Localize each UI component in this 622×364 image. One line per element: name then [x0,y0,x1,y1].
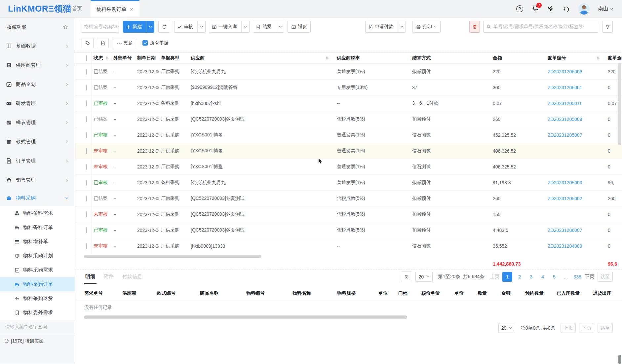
bill-no-link[interactable]: ZD20231205003 [548,180,582,185]
tab-home[interactable]: 首页 [63,0,91,18]
return-goods-button[interactable]: 退货 [288,21,311,33]
detail-next-button[interactable]: 下页 [579,323,594,333]
prev-page-button[interactable]: 上页 [490,272,499,282]
all-docs-checkbox[interactable] [142,40,148,46]
tab-detail[interactable]: 明细 [85,270,95,284]
export-button[interactable] [97,38,109,48]
table-row[interactable]: 已审核--2023-12-05厂供采购[YXCS001]博盈普通发票(1%)信石… [75,127,622,143]
next-page-button[interactable]: 下页 [585,272,594,282]
sidebar-item-物料备料订单[interactable]: 物料备料订单 [0,220,75,235]
refresh-button[interactable] [158,21,170,33]
bill-no-link[interactable]: ZD20231206007 [548,228,582,233]
row-checkbox[interactable] [86,132,87,138]
chevron-down-icon[interactable] [279,25,282,28]
sort-icon[interactable]: ⇅ [326,56,329,60]
sidebar-item-订单管理[interactable]: 订单管理 [0,151,75,170]
more-button[interactable]: 更多 [112,38,137,48]
sidebar-item-物料采购需求[interactable]: 物料采购需求 [0,263,75,277]
page-button-4[interactable]: 4 [538,272,547,282]
quick-actions-icon[interactable] [547,5,554,12]
table-row[interactable]: 已结案--2023-12-06厂供采购[公英]杭州九月九普通发票(1%)扣减预付… [75,64,622,80]
row-checkbox[interactable] [86,100,87,106]
sidebar-item-物料委外需求[interactable]: 物料委外需求 [0,306,75,320]
table-row[interactable]: 已审核--2023-12-05备料采购[公英]杭州九月九普通发票(1%)扣减预付… [75,175,622,191]
sidebar-item-物料采购[interactable]: 物料采购 [0,190,75,206]
chevron-down-icon[interactable] [200,25,203,28]
detail-page-size-select[interactable]: 20 [498,323,516,333]
sidebar-item-物料采购订单[interactable]: 物料采购订单 [0,277,75,291]
row-checkbox[interactable] [86,85,87,91]
table-row[interactable]: 未审核--2023-12-05厂供采购[QC5220720003]冬夏测试含税点… [75,206,622,222]
sidebar-item-物料采购计划[interactable]: 物料采购计划 [0,249,75,263]
bill-no-link[interactable]: ZD20231206001 [548,85,582,90]
sidebar-item-销售管理[interactable]: 销售管理 [0,170,75,190]
sidebar-item-基础数据[interactable]: 基础数据 [0,36,75,55]
sidebar-item-物料增补单[interactable]: 物料增补单 [0,235,75,249]
table-settings-button[interactable] [401,272,412,282]
filter-button[interactable] [602,21,613,33]
sidebar-item-研发管理[interactable]: 研发管理 [0,94,75,113]
bill-no-link[interactable]: ZD20231204009 [548,243,582,249]
tag-button[interactable] [82,38,94,48]
delete-button[interactable] [469,21,480,33]
sku-search-input[interactable]: 物料编号\名称\SKU [81,21,119,33]
row-checkbox[interactable] [86,211,87,217]
bill-no-link[interactable]: ZD20231205011 [548,101,582,106]
bill-no-link[interactable]: ZD20231206006 [548,69,582,74]
tab-attachments[interactable]: 附件 [104,270,114,284]
page-button-2[interactable]: 2 [515,272,524,282]
sidebar-item-供应商管理[interactable]: 供应商管理 [0,55,75,75]
bill-no-link[interactable]: ZD20231205002 [548,196,582,201]
detail-prev-button[interactable]: 上页 [561,323,576,333]
sidebar-item-款式管理[interactable]: 款式管理 [0,132,75,151]
page-button-3[interactable]: 3 [527,272,535,282]
sidebar-item-商品企划[interactable]: 商品企划 [0,75,75,94]
notifications-button[interactable]: 7 [532,5,539,13]
table-row[interactable]: 未审核--2023-12-05厂供采购[YXCS001]博盈普通发票(1%)信石… [75,143,622,159]
global-search-input[interactable]: 单号/款号/需求单号/供应商名称/备注/标签/外 [483,21,598,33]
chevron-down-icon[interactable] [400,25,404,28]
detail-jump-button[interactable]: 跳至 [598,323,613,333]
table-row[interactable]: 已结案--2023-12-05厂供采购[QC5220720003]冬夏测试含税点… [75,191,622,206]
page-scrollbar-thumb[interactable] [618,355,621,364]
sidebar-favorites[interactable]: 收藏功能 [0,18,75,36]
sort-icon[interactable]: ⇅ [597,56,600,60]
avatar[interactable] [578,3,590,15]
request-payment-button[interactable]: 申请付款 [365,21,406,33]
close-icon[interactable] [130,7,134,11]
row-checkbox[interactable] [86,243,87,249]
scrollbar-thumb[interactable] [84,255,261,258]
tab-material-purchase-order[interactable]: 物料采购订单 [91,0,139,18]
help-icon[interactable] [516,5,523,12]
close-case-button[interactable]: 结案 [253,21,284,33]
table-row[interactable]: 已审核--2023-12-05备料采购[hxtb0007]xshi--3、6、1… [75,95,622,111]
table-row[interactable]: 未审核--2023-12-04厂供采购[hxtb0009]13333--信石测试… [75,238,622,254]
sidebar-item-样衣管理[interactable]: 样衣管理 [0,113,75,132]
row-checkbox[interactable] [86,148,87,154]
jump-button[interactable]: 跳至 [598,272,613,282]
user-menu[interactable]: 南山 [598,6,613,12]
select-all-checkbox[interactable] [86,55,87,61]
audit-button[interactable]: 审核 [174,21,206,33]
bill-no-link[interactable]: ZD20231205009 [548,117,582,122]
sort-icon[interactable]: ⇅ [106,56,109,60]
table-row[interactable]: 已结案--2023-12-06厂供采购[9090909912]滴滴答答专用发票(… [75,80,622,95]
table-row[interactable]: 已结案--2023-12-05厂供采购[QC5220720003]冬夏测试含税点… [75,111,622,127]
chevron-down-icon[interactable] [244,25,247,28]
row-checkbox[interactable] [86,164,87,170]
page-button-335[interactable]: 335 [573,272,582,282]
support-headset-icon[interactable] [563,5,570,12]
tab-payment-info[interactable]: 付款信息 [122,270,142,284]
sidebar-item-物料采购退货[interactable]: 物料采购退货 [0,291,75,306]
one-key-inbound-button[interactable]: 一键入库 [209,21,250,33]
menu-search-input[interactable]: 请输入菜单名字查询 [0,320,75,334]
row-checkbox[interactable] [86,180,87,186]
sidebar-item-物料备料需求[interactable]: 物料备料需求 [0,206,75,220]
table-row[interactable]: 未审核--2023-12-05厂供采购[YXCS001]博盈普通发票(1%)信石… [75,159,622,175]
vertical-scrollbar-thumb[interactable] [618,63,621,145]
chevron-down-icon[interactable] [149,25,152,28]
bill-no-link[interactable]: ZD20231205007 [548,132,582,138]
page-size-select[interactable]: 20 [415,272,433,282]
row-checkbox[interactable] [86,196,87,201]
table-row[interactable]: 已审核--2023-12-04厂供采购[QC5220720003]冬夏测试含税点… [75,222,622,238]
